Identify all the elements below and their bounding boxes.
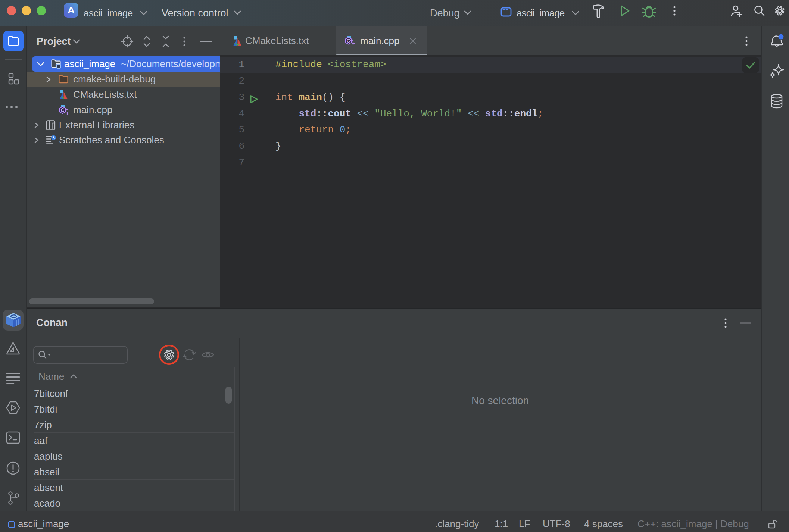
svg-text:C: C: [61, 107, 65, 113]
svg-text:C: C: [347, 38, 350, 44]
